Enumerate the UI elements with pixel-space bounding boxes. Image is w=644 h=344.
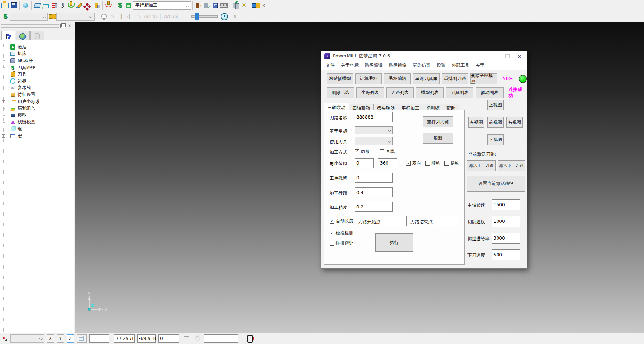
based-coordinate-select[interactable] [355,126,393,134]
tool-list-button[interactable]: 刀具列表 [446,87,473,98]
tool-library-button[interactable]: 星河刀具库 [413,73,440,84]
toolpath-strategy-list-icon[interactable] [124,1,133,10]
menu-file[interactable]: 文件 [326,62,335,69]
climb-mill-checkbox[interactable]: 顺铣 [425,160,440,166]
undercut-machining-icon[interactable] [104,1,113,10]
tree-item-machine-tool[interactable]: 机床 [0,50,74,57]
conventional-mill-checkbox[interactable]: 逆铣 [444,160,459,166]
strategy-combobox[interactable]: 平行精加工 [133,1,191,10]
view-bottom-button[interactable]: 下视图 [487,134,504,145]
simulation-clock-icon[interactable] [220,12,228,21]
tool-pair-icon[interactable] [231,1,240,10]
set-active-path-button[interactable]: 设置当前激活路径 [467,176,525,192]
end-point-input[interactable] [435,216,459,226]
calculator-icon[interactable] [211,1,220,10]
tool-holder-icon[interactable] [92,1,101,10]
start-point-input[interactable] [383,216,407,226]
tree-item-macros[interactable]: +宏 [0,133,74,140]
measure-icon[interactable] [220,1,228,10]
toolbar-close-icon[interactable]: × [260,2,267,9]
menu-external-tools[interactable]: 外部工具 [452,62,469,69]
panel-restore-icon[interactable] [60,24,65,28]
axis-x-button[interactable]: X [47,334,54,343]
dialog-titlebar[interactable]: PowerMILL 忆梦星河 7.0.6 × [321,51,527,61]
tree-item-stock-models[interactable]: 残留模型 [0,119,74,126]
compare-models-icon[interactable] [252,1,260,10]
skim-feed-input[interactable] [492,233,520,244]
tools-group-icon[interactable] [48,12,56,21]
statusbar-combobox[interactable] [10,334,44,343]
tree-item-nc-programs[interactable]: NC程序 [0,57,74,64]
verify-toolpath-icon[interactable] [203,1,211,10]
drive-list-button[interactable]: 驱动列表 [476,87,503,98]
minimize-icon[interactable] [494,57,498,57]
leads-links-icon[interactable] [42,1,50,10]
menu-render-simulate[interactable]: 渲染仿真 [413,62,430,69]
angle-to-input[interactable] [378,158,397,168]
active-toolpath-icon[interactable] [194,1,203,10]
pause-plotting-icon[interactable] [246,334,254,343]
stock-allowance-input[interactable] [355,173,393,183]
collision-detect-checkbox[interactable]: ✓碰撞检测 [330,230,353,236]
shaded-view-icon[interactable] [21,1,30,10]
collision-check-icon[interactable] [67,1,75,10]
highlight-bulb-icon[interactable] [100,12,108,21]
plot-options-icon[interactable] [2,334,8,343]
transform-cross-icon[interactable]: ✕ [240,1,248,10]
step-forward-icon[interactable]: ▏▷ [134,12,142,21]
play-icon[interactable]: ▷ [108,12,117,21]
toolbar-close-icon[interactable]: × [231,13,239,20]
expand-icon[interactable]: + [2,100,5,103]
view-right-button[interactable]: 右视图 [506,117,523,128]
tree-item-groups[interactable]: 组 [0,126,74,133]
maximize-icon[interactable] [505,54,510,58]
menu-settings[interactable]: 设置 [437,62,445,69]
axis-z-button[interactable]: Z [67,334,74,343]
menu-path-edit[interactable]: 路径编辑 [365,62,383,69]
collision-avoid-checkbox[interactable]: 碰撞避让 [330,240,353,246]
grid-size-field[interactable] [89,334,109,343]
points-pattern-icon[interactable] [84,1,92,10]
use-tool-select[interactable] [355,137,393,145]
view-front-button[interactable]: 前视图 [487,117,504,128]
simulation-speed-slider[interactable] [191,15,218,18]
tree-item-toolpaths[interactable]: S刀具路径 [0,64,74,71]
pattern-edit-icon[interactable] [75,1,84,10]
compute-stock-button[interactable]: 计算毛坯 [355,73,382,84]
skip-to-start-icon[interactable]: ▏◁◁ [159,12,170,21]
view-left-button[interactable]: 左视图 [468,117,484,128]
toolpath-name-input[interactable] [355,112,393,122]
model-list-button[interactable]: 模型列表 [416,87,444,98]
rearrange-toolpaths-button[interactable]: 重排列刀路 [442,73,468,84]
tree-item-feature-sets[interactable]: 特征设置 [0,91,74,98]
slider-knob[interactable] [195,13,199,20]
paste-new-model-button[interactable]: 粘贴新模型 [327,73,353,84]
activate-prev-toolpath-button[interactable]: 激活上一刀路 [467,160,496,171]
coordinate-list-button[interactable]: 坐标列表 [356,87,384,98]
coordinate-z-field[interactable]: 0 [158,334,179,343]
tree-item-patterns[interactable]: ≈参考线 [0,85,74,92]
tree-item-workplanes[interactable]: +用户坐标系 [0,98,74,105]
pause-icon[interactable]: ‖ [117,12,125,21]
panel-close-icon[interactable]: × [67,23,72,29]
tree-item-levels-sets[interactable]: 层和组合 [0,105,74,112]
delete-all-models-button[interactable]: 删除全部模型 [470,73,497,84]
angle-from-input[interactable] [355,158,374,168]
simulation-tool-combobox[interactable] [56,13,95,21]
coordinate-y-field[interactable]: -69.918 [137,334,156,343]
menu-coordinates[interactable]: 关于坐标 [341,62,359,69]
expand-icon[interactable]: + [2,134,5,138]
tree-item-tools[interactable]: 刀具 [0,71,74,78]
mode-circle-checkbox[interactable]: ✓圆形 [355,148,370,155]
step-back-icon[interactable]: ◁▏ [125,12,134,21]
tolerance-input[interactable] [355,202,393,212]
fast-forward-icon[interactable]: ▷▷ [150,12,159,21]
refresh-button[interactable]: 刷新 [423,133,453,144]
rewind-icon[interactable]: ◁◁ [142,12,150,21]
activate-next-toolpath-button[interactable]: 激活下一刀路 [498,160,525,171]
feed-rate-icon[interactable] [50,1,58,10]
delete-selected-button[interactable]: 删除已选 [327,87,354,98]
axis-y-button[interactable]: Y [57,334,64,343]
tree-item-activate[interactable]: 激活 [0,43,74,50]
rearrange-toolpaths-button-2[interactable]: 重排列刀路 [423,116,453,127]
